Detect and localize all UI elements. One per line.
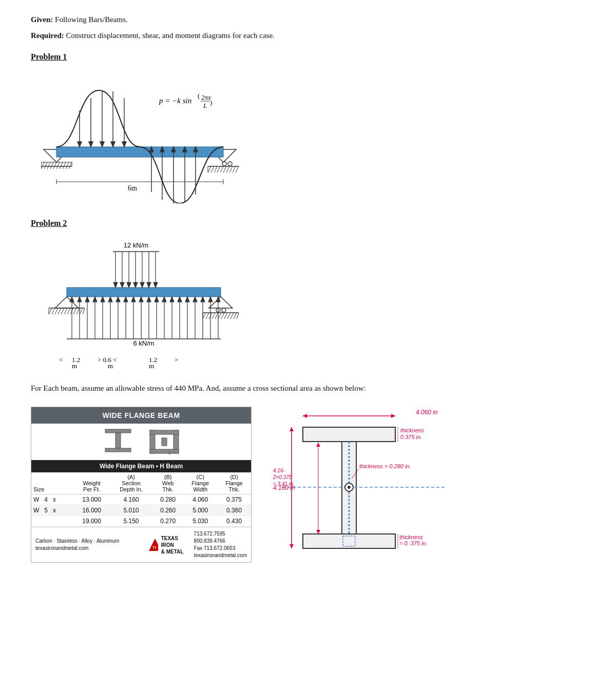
svg-line-4 bbox=[41, 162, 44, 169]
svg-line-10 bbox=[60, 162, 63, 169]
top-width-arrow-right bbox=[391, 414, 395, 418]
svg-marker-138 bbox=[193, 297, 197, 302]
bot-flange-thickness-label2: = 0. 375 in. bbox=[399, 540, 428, 546]
svg-text:L: L bbox=[203, 102, 207, 109]
svg-line-68 bbox=[73, 308, 76, 314]
svg-line-80 bbox=[212, 313, 215, 319]
beam-rect bbox=[56, 147, 223, 157]
svg-text:): ) bbox=[210, 99, 212, 106]
cell-weight-2: 16.000 bbox=[73, 505, 110, 516]
svg-marker-116 bbox=[108, 297, 112, 302]
svg-marker-126 bbox=[147, 297, 151, 302]
svg-marker-130 bbox=[162, 297, 166, 302]
required-text: Construct displacement, shear, and momen… bbox=[66, 31, 274, 40]
svg-marker-93 bbox=[120, 282, 124, 288]
depth-arrow-bot bbox=[290, 544, 294, 548]
svg-rect-157 bbox=[162, 438, 167, 446]
svg-line-5 bbox=[44, 162, 47, 169]
svg-line-65 bbox=[64, 308, 67, 314]
svg-line-26 bbox=[229, 166, 233, 173]
web-h-arrow-bot bbox=[316, 530, 320, 534]
svg-marker-106 bbox=[70, 297, 74, 302]
svg-rect-155 bbox=[105, 448, 131, 452]
cell-size-1: W 4 x bbox=[31, 494, 73, 505]
svg-line-22 bbox=[217, 166, 220, 173]
downward-arrows bbox=[78, 91, 126, 147]
cell-depth-2: 5.010 bbox=[110, 505, 152, 516]
svg-text:TI: TI bbox=[152, 545, 156, 550]
col-flange-width: (C)FlangeWidth bbox=[183, 472, 217, 494]
svg-marker-110 bbox=[85, 297, 89, 302]
svg-line-24 bbox=[223, 166, 226, 173]
svg-line-12 bbox=[66, 162, 69, 169]
svg-marker-140 bbox=[201, 297, 205, 302]
svg-line-83 bbox=[221, 313, 224, 319]
p2-bot-load-label: 6 kN/m bbox=[133, 339, 154, 347]
problem1-diagram: p = −k sin ( 2πx L ) 6m bbox=[41, 70, 257, 203]
svg-point-16 bbox=[228, 162, 232, 166]
svg-marker-103 bbox=[153, 282, 158, 288]
svg-text:m: m bbox=[108, 362, 113, 370]
web-h-arrow-top bbox=[316, 443, 320, 447]
svg-text:c: c bbox=[168, 450, 171, 455]
svg-line-21 bbox=[214, 166, 217, 173]
p2-right-support bbox=[203, 297, 239, 319]
svg-marker-36 bbox=[111, 142, 115, 147]
web-detail-label1: 4.16- bbox=[273, 468, 285, 473]
cell-depth-3: 5.150 bbox=[110, 516, 152, 527]
svg-line-63 bbox=[58, 308, 61, 314]
svg-line-78 bbox=[206, 313, 209, 319]
cell-weight-3: 19.000 bbox=[73, 516, 110, 527]
svg-line-28 bbox=[236, 166, 239, 173]
svg-marker-30 bbox=[78, 142, 82, 147]
svg-line-6 bbox=[47, 162, 50, 169]
svg-line-23 bbox=[220, 166, 223, 173]
formula-text: p = −k sin bbox=[159, 97, 191, 105]
svg-marker-99 bbox=[140, 282, 144, 288]
svg-text:<: < bbox=[59, 356, 63, 364]
given-line: Given: Following Bars/Beams. bbox=[31, 15, 585, 24]
given-label: Given: bbox=[31, 15, 53, 24]
svg-marker-114 bbox=[101, 297, 105, 302]
p2-beam bbox=[67, 288, 221, 297]
top-load-arrows bbox=[113, 252, 159, 288]
svg-marker-134 bbox=[178, 297, 182, 302]
cell-flange-w-1: 4.060 bbox=[183, 494, 217, 505]
svg-line-77 bbox=[203, 313, 206, 319]
cell-depth-1: 4.160 bbox=[110, 494, 152, 505]
svg-text:m: m bbox=[72, 362, 77, 370]
footer-phone: 713.672.7595800.839.4766Fax 713.672.0653… bbox=[194, 530, 247, 559]
svg-marker-57 bbox=[55, 297, 79, 308]
svg-line-7 bbox=[50, 162, 53, 169]
top-width-arrow-left bbox=[303, 414, 307, 418]
svg-line-19 bbox=[208, 166, 211, 173]
table-row: W 4 x 13.000 4.160 0.280 4.060 0.375 bbox=[31, 494, 251, 505]
cell-flange-t-1: 0.375 bbox=[217, 494, 251, 505]
svg-line-69 bbox=[76, 308, 80, 314]
texas-iron-name: TEXAS IRON& METAL bbox=[161, 535, 184, 555]
web-detail-label3: = 3.41 in. bbox=[273, 481, 294, 487]
table-body: W 4 x 13.000 4.160 0.280 4.060 0.375 W 5… bbox=[31, 494, 251, 527]
svg-marker-136 bbox=[185, 297, 189, 302]
i-beam-icon bbox=[103, 428, 133, 456]
svg-line-66 bbox=[67, 308, 70, 314]
svg-line-11 bbox=[63, 162, 66, 169]
svg-line-60 bbox=[49, 308, 52, 314]
cell-flange-t-2: 0.360 bbox=[217, 505, 251, 516]
problem2-svg: 12 kN/m bbox=[41, 236, 267, 347]
svg-line-87 bbox=[234, 313, 237, 319]
paragraph-text: For Each beam, assume an allowable stres… bbox=[31, 382, 431, 394]
svg-line-62 bbox=[55, 308, 58, 314]
table-row: 19.000 5.150 0.270 5.030 0.430 bbox=[31, 516, 251, 527]
texas-iron-logo-icon: TI bbox=[148, 538, 158, 552]
required-line: Required: Construct displacement, shear,… bbox=[31, 31, 585, 40]
wfb-data-table: Size WeightPer Ft. (A)SectionDepth In. (… bbox=[31, 472, 251, 527]
cell-flange-w-2: 5.000 bbox=[183, 505, 217, 516]
cross-section-diagram: 4.060 in thickness 0.375 in. 4.160 in 4.… bbox=[272, 407, 457, 591]
svg-marker-32 bbox=[89, 142, 93, 147]
footer-logo: TI TEXAS IRON& METAL bbox=[148, 535, 184, 555]
footer-company-info: Carbon · Stainless · Alloy · Aluminum te… bbox=[35, 538, 138, 552]
svg-line-64 bbox=[61, 308, 64, 314]
svg-marker-91 bbox=[113, 282, 118, 288]
wfb-subheader: Wide Flange Beam • H Beam bbox=[31, 460, 251, 472]
